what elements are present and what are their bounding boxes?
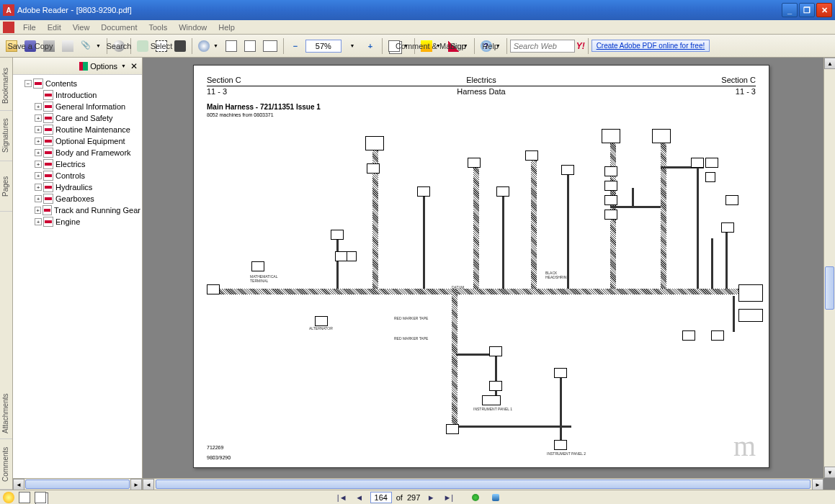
bookmark-label: Introduction	[55, 91, 97, 99]
bookmark-item[interactable]: +Controls	[14, 170, 140, 181]
bookmark-item[interactable]: +Electrics	[14, 158, 140, 170]
bookmark-item[interactable]: +Gearboxes	[14, 193, 140, 204]
side-tabs: Bookmarks Signatures Pages Attachments C…	[0, 58, 13, 490]
tab-attachments[interactable]: Attachments	[0, 389, 12, 439]
bookmarks-options-button[interactable]: Options▼	[79, 62, 126, 71]
hand-icon	[137, 40, 148, 52]
header-section-left: Section C	[207, 76, 241, 84]
title-bar: A Adobe Reader - [9803-9290.pdf] _ ❐ ✕	[0, 0, 835, 20]
fit-page-icon	[244, 40, 256, 52]
scroll-thumb-h[interactable]	[156, 480, 811, 489]
bookmark-item[interactable]: Introduction	[14, 89, 140, 101]
pdf-icon	[43, 159, 53, 169]
bookmark-label: Gearboxes	[55, 194, 94, 203]
close-button[interactable]: ✕	[816, 3, 832, 17]
total-pages: 297	[407, 493, 420, 502]
zoom-input[interactable]	[305, 40, 341, 53]
scrollbar-vertical[interactable]: ▲ ▼	[823, 58, 835, 478]
status-bar: |◄ ◄ of 297 ► ►|	[0, 490, 835, 504]
menu-file[interactable]: File	[17, 22, 42, 33]
bookmark-label: Body and Framework	[55, 148, 131, 157]
continuous-page-icon[interactable]	[35, 492, 46, 503]
tab-comments[interactable]: Comments	[0, 439, 12, 490]
forward-view-button[interactable]	[492, 494, 499, 501]
bookmark-label: Engine	[55, 217, 80, 226]
yahoo-icon[interactable]: Y!	[576, 41, 585, 51]
bookmark-item[interactable]: +Track and Running Gear	[14, 204, 140, 216]
scroll-up-icon[interactable]: ▲	[824, 58, 835, 69]
hand-tool-button[interactable]	[134, 37, 151, 55]
first-page-button[interactable]: |◄	[336, 492, 349, 503]
back-view-button[interactable]	[472, 494, 479, 501]
zoom-out-button[interactable]: −	[287, 37, 304, 55]
pdf-icon	[43, 205, 52, 215]
toolbar: Save a Copy 📎▼ Search Select ▼ − ▼ + ▼ C…	[0, 35, 835, 58]
pdf-icon	[43, 113, 53, 123]
last-page-button[interactable]: ►|	[442, 492, 455, 503]
bookmark-item[interactable]: +General Information	[14, 101, 140, 112]
bookmark-item[interactable]: +Routine Maintenance	[14, 124, 140, 135]
email-button[interactable]	[59, 37, 76, 55]
pdf-icon	[43, 182, 53, 192]
menu-bar: File Edit View Document Tools Window Hel…	[0, 20, 835, 35]
single-page-icon[interactable]	[19, 492, 30, 503]
header-pageno-right: 11 - 3	[736, 87, 756, 96]
scroll-left-icon[interactable]: ◄	[143, 479, 154, 490]
pdf-page: Section C Electrics Section C 11 - 3 Har…	[193, 65, 769, 468]
save-copy-button[interactable]: Save a Copy	[22, 37, 39, 55]
scroll-thumb-v[interactable]	[825, 266, 834, 310]
bookmark-item[interactable]: +Optional Equipment	[14, 135, 140, 147]
tab-signatures[interactable]: Signatures	[0, 111, 12, 161]
zoom-in-button[interactable]: +	[362, 37, 379, 55]
bookmark-item[interactable]: +Body and Framework	[14, 147, 140, 158]
document-view: ► Section C Electrics Section C 11 - 3 H…	[143, 58, 835, 490]
page-footer-doc: 9803/9290	[207, 455, 231, 460]
camera-icon	[174, 40, 186, 52]
menu-edit[interactable]: Edit	[42, 22, 67, 33]
scrollbar-horizontal[interactable]: ◄ ►	[143, 478, 823, 490]
scroll-down-icon[interactable]: ▼	[824, 467, 835, 478]
close-panel-button[interactable]: ✕	[130, 61, 138, 71]
zoom-dropdown[interactable]: ▼	[343, 37, 360, 55]
fit-width-button[interactable]	[260, 37, 280, 55]
menu-window[interactable]: Window	[173, 22, 213, 33]
create-pdf-link[interactable]: Create Adobe PDF online for free!	[591, 40, 710, 52]
status-icon-1[interactable]	[3, 492, 14, 503]
prev-page-button[interactable]: ◄	[353, 492, 366, 503]
minimize-button[interactable]: _	[782, 3, 798, 17]
select-tool-button[interactable]: Select	[153, 37, 170, 55]
options-icon	[79, 62, 88, 71]
bookmark-label: Routine Maintenance	[55, 125, 130, 134]
zoom-in-tool-button[interactable]: ▼	[195, 37, 221, 55]
help-button[interactable]: ?Help▼	[478, 37, 504, 55]
fit-page-button[interactable]	[241, 37, 259, 55]
snapshot-tool-button[interactable]	[171, 37, 189, 55]
bookmark-item[interactable]: +Care and Safety	[14, 112, 140, 124]
scroll-right-icon[interactable]: ►	[812, 479, 823, 490]
wiring-diagram: MATHEMATICALTERMINAL ALTERNATOR RED MARK…	[207, 123, 756, 446]
next-page-button[interactable]: ►	[424, 492, 437, 503]
menu-document[interactable]: Document	[95, 22, 143, 33]
bookmarks-scrollbar-h[interactable]: ◄ ►	[13, 478, 142, 490]
menu-help[interactable]: Help	[213, 22, 241, 33]
tab-bookmarks[interactable]: Bookmarks	[0, 60, 12, 111]
attach-button[interactable]: 📎▼	[78, 37, 104, 55]
comment-markup-button[interactable]: Comment & Markup▼	[418, 37, 444, 55]
watermark: m	[733, 429, 756, 463]
actual-size-button[interactable]	[223, 37, 240, 55]
fit-width-icon	[263, 40, 277, 52]
bookmark-item[interactable]: +Engine	[14, 216, 140, 228]
header-section-right: Section C	[721, 76, 756, 84]
menu-view[interactable]: View	[67, 22, 96, 33]
bookmarks-tree: −Contents Introduction+General Informati…	[13, 75, 142, 478]
search-web-input[interactable]	[510, 40, 575, 53]
current-page-input[interactable]	[370, 492, 392, 503]
search-button[interactable]: Search	[110, 37, 128, 55]
bookmark-item[interactable]: +Hydraulics	[14, 181, 140, 193]
menu-tools[interactable]: Tools	[143, 22, 174, 33]
bookmark-root[interactable]: −Contents	[14, 78, 140, 89]
pdf-icon	[43, 171, 53, 181]
page-of-label: of	[396, 493, 403, 502]
tab-pages[interactable]: Pages	[0, 161, 12, 212]
maximize-button[interactable]: ❐	[799, 3, 815, 17]
